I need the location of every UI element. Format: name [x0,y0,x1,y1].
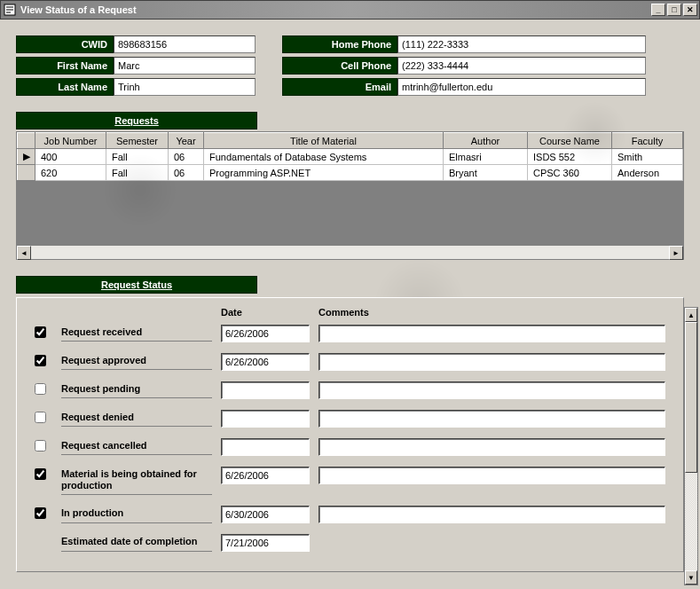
cell-course[interactable]: CPSC 360 [528,165,612,181]
cell-phone-field[interactable] [397,57,646,75]
cell-year[interactable]: 06 [169,149,204,165]
status-checkbox[interactable] [35,383,46,395]
scroll-right-button[interactable]: ► [669,246,683,260]
cell-job[interactable]: 400 [35,149,106,165]
status-comment-field[interactable] [319,353,665,371]
status-comment-field[interactable] [319,506,665,523]
cell-title[interactable]: Programming ASP.NET [204,165,444,181]
status-comment-field[interactable] [319,410,665,428]
status-comment-field[interactable] [319,381,665,399]
status-label: Material is being obtained for productio… [61,467,212,495]
comments-column-header: Comments [319,307,665,318]
window-title: View Status of a Request [20,4,651,15]
col-title[interactable]: Title of Material [204,133,444,149]
table-row[interactable]: ▶400Fall06Fundamentals of Database Syste… [18,149,683,165]
grid-empty-area [17,181,683,245]
col-year[interactable]: Year [169,133,204,149]
cell-author[interactable]: Bryant [444,165,528,181]
requests-grid: Job Number Semester Year Title of Materi… [16,131,684,260]
status-date-field[interactable] [221,506,310,523]
status-date-field[interactable] [221,467,310,484]
status-label: Request approved [61,353,212,370]
cell-title[interactable]: Fundamentals of Database Systems [204,149,444,165]
cell-faculty[interactable]: Smith [612,149,683,165]
home-phone-field[interactable] [397,35,646,53]
vertical-scrollbar[interactable]: ▲ ▼ [684,307,698,585]
cell-job[interactable]: 620 [35,165,106,181]
horizontal-scrollbar[interactable]: ◄ ► [17,245,683,259]
col-author[interactable]: Author [444,133,528,149]
status-date-field[interactable] [221,325,310,342]
col-course[interactable]: Course Name [528,133,612,149]
status-date-field[interactable] [221,438,310,456]
request-status-header: Request Status [16,276,257,294]
table-header-row: Job Number Semester Year Title of Materi… [18,133,683,149]
status-panel: Date Comments Request receivedRequest ap… [16,297,684,572]
status-checkbox[interactable] [35,326,46,338]
requests-header: Requests [16,112,257,130]
status-date-field[interactable] [221,353,310,371]
last-name-field[interactable] [114,78,256,96]
window-titlebar: View Status of a Request _ □ ✕ [0,0,700,20]
requests-table[interactable]: Job Number Semester Year Title of Materi… [17,132,683,181]
cwid-field[interactable] [114,35,256,53]
home-phone-label: Home Phone [282,35,397,53]
app-icon [3,3,17,17]
svg-rect-2 [6,9,13,11]
email-label: Email [282,78,397,96]
scroll-track[interactable] [31,246,669,259]
status-comment-field[interactable] [319,467,665,484]
col-semester[interactable]: Semester [106,133,169,149]
cell-semester[interactable]: Fall [106,165,169,181]
status-checkbox[interactable] [35,412,46,423]
status-checkbox[interactable] [35,440,46,452]
cell-course[interactable]: ISDS 552 [528,149,612,165]
completion-label: Estimated date of completion [61,534,212,551]
row-marker [18,165,35,181]
status-checkbox[interactable] [35,507,46,519]
col-faculty[interactable]: Faculty [612,133,683,149]
cell-year[interactable]: 06 [169,165,204,181]
status-label: Request cancelled [61,438,212,455]
status-label: Request pending [61,381,212,398]
status-comment-field[interactable] [319,325,665,342]
cell-faculty[interactable]: Anderson [612,165,683,181]
row-marker: ▶ [18,149,35,165]
maximize-button[interactable]: □ [667,4,681,16]
first-name-field[interactable] [114,57,256,75]
cwid-label: CWID [16,35,114,53]
cell-phone-label: Cell Phone [282,57,397,75]
close-button[interactable]: ✕ [683,4,697,16]
status-label: Request denied [61,410,212,427]
cell-semester[interactable]: Fall [106,149,169,165]
col-selector[interactable] [18,133,35,149]
status-date-field[interactable] [221,381,310,399]
first-name-label: First Name [16,57,114,75]
email-field[interactable] [397,78,646,96]
status-label: In production [61,506,212,522]
status-checkbox[interactable] [35,355,46,366]
svg-rect-1 [6,6,13,8]
status-date-field[interactable] [221,410,310,428]
last-name-label: Last Name [16,78,114,96]
completion-date-field[interactable] [221,534,310,552]
status-checkbox[interactable] [35,468,46,480]
scroll-up-button[interactable]: ▲ [685,308,697,322]
date-column-header: Date [221,307,310,318]
col-job-number[interactable]: Job Number [35,133,106,149]
svg-rect-3 [6,12,11,13]
scroll-left-button[interactable]: ◄ [17,246,31,260]
status-label: Request received [61,325,212,342]
status-comment-field[interactable] [319,438,665,456]
table-row[interactable]: 620Fall06Programming ASP.NETBryantCPSC 3… [18,165,683,181]
minimize-button[interactable]: _ [651,4,665,16]
cell-author[interactable]: Elmasri [444,149,528,165]
scroll-thumb[interactable] [685,322,697,473]
scroll-down-button[interactable]: ▼ [685,570,697,585]
